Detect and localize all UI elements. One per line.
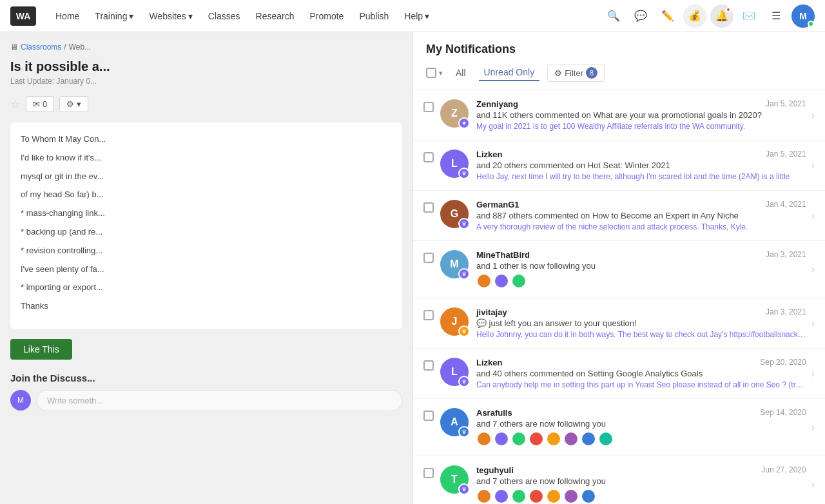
notification-item[interactable]: A ♛ Asrafulls Sep 14, 2020 and 7 others … [413, 399, 825, 456]
notification-date: Jan 3, 2021 [766, 250, 806, 259]
breadcrumb-classrooms[interactable]: Classrooms [21, 43, 61, 52]
follower-avatar [511, 273, 527, 289]
select-all-checkbox-area: ▾ [426, 68, 443, 78]
post-line-9: * importing or export... [21, 281, 392, 295]
tab-unread-only[interactable]: Unread Only [479, 64, 540, 81]
follower-avatar [563, 489, 579, 504]
notification-avatar-badge: ♛ [458, 483, 470, 495]
notification-avatar-wrap: L ♛ [440, 150, 469, 178]
breadcrumb-icon: 🖥 [10, 43, 18, 52]
notification-avatar-badge: ♛ [458, 426, 470, 438]
notification-checkbox[interactable] [423, 310, 434, 320]
email-subscribe-button[interactable]: ✉ 0 [26, 96, 54, 112]
notification-checkbox[interactable] [423, 411, 434, 421]
follower-avatar [546, 431, 561, 447]
nav-home[interactable]: Home [49, 7, 86, 25]
post-line-7: * revision controlling... [21, 244, 392, 258]
notification-item[interactable]: T ♛ teguhyuli Jun 27, 2020 and 7 others … [413, 456, 825, 504]
notification-body: jivitajay Jan 3, 2021 💬 just left you an… [476, 307, 806, 339]
select-all-chevron[interactable]: ▾ [439, 69, 443, 77]
search-button[interactable]: 🔍 [602, 5, 625, 28]
post-line-5: * mass-changing link... [21, 207, 392, 220]
notification-description: and 1 other is now following you [476, 261, 806, 271]
notification-preview: My goal in 2021 is to get 100 Wealthy Af… [476, 122, 806, 131]
notification-checkbox[interactable] [423, 360, 434, 371]
notification-checkbox[interactable] [423, 202, 434, 213]
notification-body: Lizken Sep 20, 2020 and 40 others commen… [476, 358, 806, 389]
notification-checkbox[interactable] [423, 253, 434, 263]
notification-item[interactable]: Z ★ Zenniyang Jan 5, 2021 and 11K others… [413, 90, 825, 141]
nav-publish[interactable]: Publish [353, 7, 395, 25]
like-button[interactable]: Like This [10, 339, 72, 360]
nav-websites[interactable]: Websites ▾ [142, 7, 199, 25]
nav-classes[interactable]: Classes [202, 7, 247, 25]
post-line-1: To Whom It May Con... [21, 133, 392, 146]
notification-arrow: › [811, 160, 815, 171]
comment-box: M Write someth... [10, 390, 402, 411]
follower-avatar [476, 489, 492, 504]
notification-body: Zenniyang Jan 5, 2021 and 11K others com… [476, 99, 806, 131]
mail-button[interactable]: ✉️ [737, 5, 761, 28]
settings-button[interactable]: ⚙ ▾ [59, 96, 88, 112]
post-line-6: * backing up (and re... [21, 226, 392, 239]
follower-avatar [529, 489, 544, 504]
select-all-checkbox[interactable] [426, 68, 436, 78]
top-navigation: WA Home Training ▾ Websites ▾ Classes Re… [0, 0, 825, 32]
notification-date: Sep 20, 2020 [760, 358, 806, 367]
notification-username: Asrafulls [476, 408, 512, 418]
notification-arrow: › [811, 479, 815, 490]
notifications-panel: My Notifications ▾ All Unread Only ⚙ Fil… [412, 32, 825, 504]
email-icon: ✉ [33, 99, 40, 109]
notification-date: Jan 4, 2021 [766, 200, 806, 209]
notification-arrow: › [811, 422, 815, 433]
notification-avatar-wrap: M ♛ [440, 250, 469, 278]
notification-item[interactable]: M ♛ MineThatBird Jan 3, 2021 and 1 other… [413, 241, 825, 298]
follower-avatar [511, 489, 527, 504]
filter-icon: ⚙ [554, 68, 562, 78]
notification-top-row: Lizken Sep 20, 2020 [476, 358, 806, 367]
edit-button[interactable]: ✏️ [656, 5, 679, 28]
notification-top-row: GermanG1 Jan 4, 2021 [476, 200, 806, 209]
notification-date: Sep 14, 2020 [760, 408, 806, 417]
notification-top-row: Asrafulls Sep 14, 2020 [476, 408, 806, 418]
notification-username: jivitajay [476, 307, 507, 317]
notification-checkbox[interactable] [423, 152, 434, 162]
page-title: Is it possible a... [10, 59, 402, 74]
chat-button[interactable]: 💬 [629, 5, 652, 28]
notification-item[interactable]: G ♛ GermanG1 Jan 4, 2021 and 887 others … [413, 191, 825, 241]
notification-arrow: › [811, 368, 815, 380]
filter-button[interactable]: ⚙ Filter 8 [547, 64, 605, 82]
notification-description: and 7 others are now following you [476, 476, 806, 486]
notifications-button[interactable]: 🔔 [710, 5, 733, 28]
notification-description: and 40 others commented on Setting Googl… [476, 369, 806, 378]
breadcrumb-sep: / [64, 43, 66, 52]
notification-item[interactable]: J ♛ jivitajay Jan 3, 2021 💬 just left yo… [413, 298, 825, 349]
nav-promote[interactable]: Promote [303, 7, 350, 25]
notification-date: Jun 27, 2020 [761, 465, 806, 474]
nav-training[interactable]: Training ▾ [88, 7, 140, 25]
notification-checkbox[interactable] [423, 102, 434, 112]
site-logo[interactable]: WA [10, 6, 36, 26]
notification-preview: Hello Johnny, you can do it in both ways… [476, 330, 806, 339]
credits-button[interactable]: 💰 [683, 5, 706, 28]
follower-avatar [598, 431, 614, 447]
menu-button[interactable]: ☰ [764, 5, 788, 28]
page-meta: Last Update: January 0... [10, 77, 402, 86]
star-button[interactable]: ☆ [10, 97, 21, 111]
nav-links: Home Training ▾ Websites ▾ Classes Resea… [49, 7, 602, 25]
follower-avatar [476, 431, 492, 447]
notification-avatar-badge: ♛ [458, 168, 470, 179]
tab-all[interactable]: All [451, 65, 471, 81]
follower-avatars [476, 431, 806, 447]
notification-date: Jan 3, 2021 [766, 307, 806, 316]
notification-arrow: › [811, 210, 815, 222]
nav-research[interactable]: Research [249, 7, 301, 25]
nav-help[interactable]: Help ▾ [398, 7, 436, 25]
user-avatar[interactable]: M [791, 5, 815, 28]
notification-item[interactable]: L ♛ Lizken Sep 20, 2020 and 40 others co… [413, 349, 825, 399]
notification-item[interactable]: L ♛ Lizken Jan 5, 2021 and 20 others com… [413, 141, 825, 191]
discuss-section-title: Join the Discuss... [10, 373, 402, 383]
comment-input[interactable]: Write someth... [36, 390, 402, 411]
notification-username: GermanG1 [476, 200, 519, 209]
notification-checkbox[interactable] [423, 468, 434, 478]
